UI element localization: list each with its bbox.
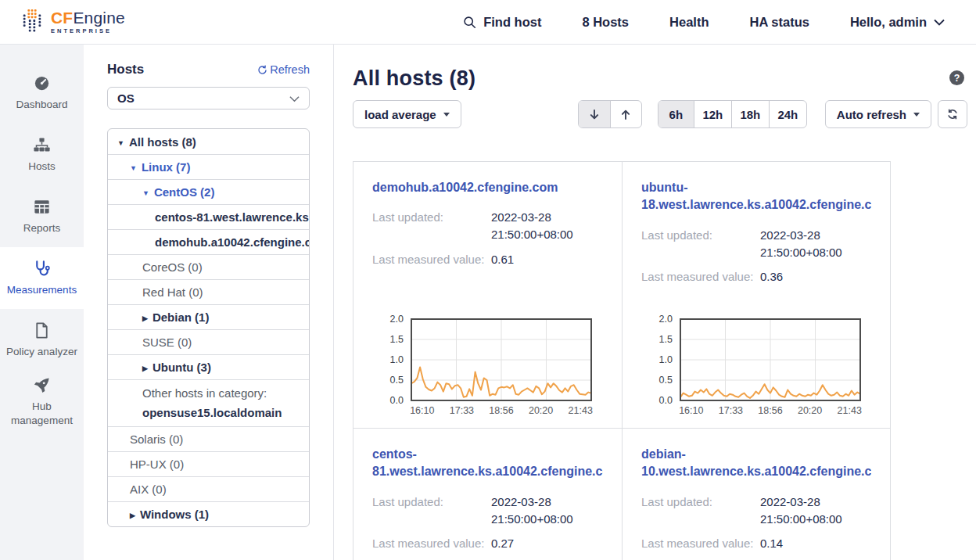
find-host-button[interactable]: Find host [463,15,541,30]
sidebar-item-hosts[interactable]: Hosts [0,124,84,185]
tree-item-suse-0[interactable]: SUSE (0) [108,329,309,354]
host-link[interactable]: demohub.a10042.cfengine.com [372,179,603,196]
refresh-label: Refresh [270,63,310,76]
svg-text:16:10: 16:10 [679,405,703,416]
sidebar-item-measurements[interactable]: Measurements [0,247,84,309]
tree-item-all-hosts-8[interactable]: ▼All hosts (8) [108,129,309,154]
tree-item-linux-7[interactable]: ▼Linux (7) [108,154,309,179]
host-link[interactable]: ubuntu-18.west.lawrence.ks.a10042.cfengi… [641,179,871,214]
hosts-tree: ▼All hosts (8)▼Linux (7)▼CentOS (2)cento… [107,128,310,527]
tree-item-windows-1[interactable]: ▶Windows (1) [108,501,309,526]
time-range-6h[interactable]: 6h [658,101,694,127]
last-measured-label: Last measured value: [372,251,491,268]
sidebar-item-label: Measurements [7,283,77,297]
auto-refresh-label: Auto refresh [837,108,906,121]
last-updated-label: Last updated: [372,209,491,243]
tree-item-centos-81-west-lawrence-ks-a10042-cfengine-com[interactable]: centos-81.west.lawrence.ks.a10042.cfengi… [108,204,309,229]
tree-item-hp-ux-0[interactable]: HP-UX (0) [108,451,309,476]
tree-item-label: Other hosts in category: [142,386,267,400]
host-card-ubuntu-18-west-lawrence-ks-a10042-cfengine-com: ubuntu-18.west.lawrence.ks.a10042.cfengi… [622,162,890,428]
last-measured-row: Last measured value: 0.14 [641,535,871,552]
refresh-hosts-button[interactable]: Refresh [257,63,310,76]
tree-item-label: Ubuntu (3) [152,361,211,374]
load-average-chart: 2.01.51.00.50.016:1017:3318:5620:2021:43 [641,314,871,417]
tree-item-line: SUSE (0) [142,336,192,349]
host-card-debian-10-west-lawrence-ks-a10042-cfengine-com: debian-10.west.lawrence.ks.a10042.cfengi… [622,428,890,560]
triangle-right-icon: ▶ [142,314,148,322]
last-measured-value: 0.61 [491,251,603,268]
sort-ascending-button[interactable] [610,101,641,127]
metric-dropdown[interactable]: load average [353,100,461,128]
last-measured-row: Last measured value: 0.61 [372,251,603,268]
hosts-icon [33,136,51,154]
sort-direction-group [578,100,642,128]
nav-ha-status[interactable]: HA status [749,15,809,30]
refresh-icon [946,108,959,120]
arrow-up-icon [619,108,632,121]
nav-hosts-count[interactable]: 8 Hosts [582,15,629,30]
tree-item-coreos-0[interactable]: CoreOS (0) [108,254,309,279]
auto-refresh-dropdown[interactable]: Auto refresh [825,100,931,128]
tree-item-line: ▶Windows (1) [130,508,209,521]
tree-item-label: CentOS (2) [154,185,215,199]
dashboard-icon [33,74,51,92]
svg-text:1.0: 1.0 [659,354,673,365]
host-link[interactable]: debian-10.west.lawrence.ks.a10042.cfengi… [641,446,871,481]
refresh-charts-button[interactable] [938,100,967,128]
last-updated-label: Last updated: [372,494,491,528]
tree-item-red-hat-0[interactable]: Red Hat (0) [108,279,309,304]
svg-text:18:56: 18:56 [489,405,513,416]
last-updated-row: Last updated: 2022-03-28 21:50:00+08:00 [372,209,603,243]
os-filter-value: OS [117,92,135,105]
svg-text:17:33: 17:33 [719,405,743,416]
time-range-24h[interactable]: 24h [769,101,806,127]
tree-item-other-hosts-in-category[interactable]: Other hosts in category:opensuse15.local… [108,379,309,426]
os-filter-select[interactable]: OS [107,87,310,109]
last-updated-value: 2022-03-28 21:50:00+08:00 [760,227,871,261]
svg-text:1.5: 1.5 [659,334,673,345]
tree-item-line: Solaris (0) [130,433,183,446]
last-measured-row: Last measured value: 0.27 [372,535,603,552]
time-range-18h[interactable]: 18h [731,101,769,127]
tree-item-line: AIX (0) [130,483,167,496]
help-button[interactable]: ? [949,70,964,85]
metric-dropdown-label: load average [364,108,436,121]
sidebar-item-label: Hub management [4,400,80,427]
tree-item-label: Debian (1) [152,311,210,324]
triangle-right-icon: ▶ [130,512,135,519]
nav-health[interactable]: Health [669,15,709,30]
policy-analyzer-icon [33,321,51,339]
tree-item-centos-2[interactable]: ▼CentOS (2) [108,179,309,204]
svg-text:0.5: 0.5 [659,375,673,386]
tree-item-aix-0[interactable]: AIX (0) [108,476,309,501]
svg-text:20:20: 20:20 [798,405,822,416]
sort-descending-button[interactable] [579,101,610,127]
sidebar-item-label: Dashboard [16,98,67,112]
user-menu[interactable]: Hello, admin [850,15,945,30]
cfengine-app: CFEngine ENTERPRISE Find host 8 Hosts He… [0,0,976,560]
tree-item-label: Windows (1) [140,508,209,521]
tree-item-label: Red Hat (0) [142,285,203,299]
triangle-down-icon: ▼ [130,164,137,172]
tree-item-line: Red Hat (0) [142,285,203,299]
time-range-12h[interactable]: 12h [694,101,731,127]
header-nav: Find host 8 Hosts Health HA status Hello… [463,15,945,30]
sidebar-item-hub-management[interactable]: Hub management [0,371,84,433]
tree-item-ubuntu-3[interactable]: ▶Ubuntu (3) [108,354,309,379]
search-icon [463,16,476,29]
sidebar-item-policy-analyzer[interactable]: Policy analyzer [0,309,84,371]
svg-text:21:43: 21:43 [838,405,862,416]
tree-item-solaris-0[interactable]: Solaris (0) [108,426,309,451]
tree-item-demohub-a10042-cfengine-com[interactable]: demohub.a10042.cfengine.com [108,229,309,254]
last-measured-label: Last measured value: [372,535,491,552]
sidebar-item-dashboard[interactable]: Dashboard [0,62,84,124]
host-link[interactable]: centos-81.west.lawrence.ks.a10042.cfengi… [372,446,603,481]
tree-item-debian-1[interactable]: ▶Debian (1) [108,304,309,329]
host-card-centos-81-west-lawrence-ks-a10042-cfengine-com: centos-81.west.lawrence.ks.a10042.cfengi… [353,428,622,560]
chevron-down-icon [934,19,945,26]
sidebar-item-reports[interactable]: Reports [0,185,84,247]
page-title: All hosts (8) [353,66,976,90]
cfengine-logo[interactable]: CFEngine ENTERPRISE [20,8,125,36]
toolbar: load average 6h12h18h24h Auto refresh [353,100,976,128]
cfengine-logo-icon [20,8,44,36]
